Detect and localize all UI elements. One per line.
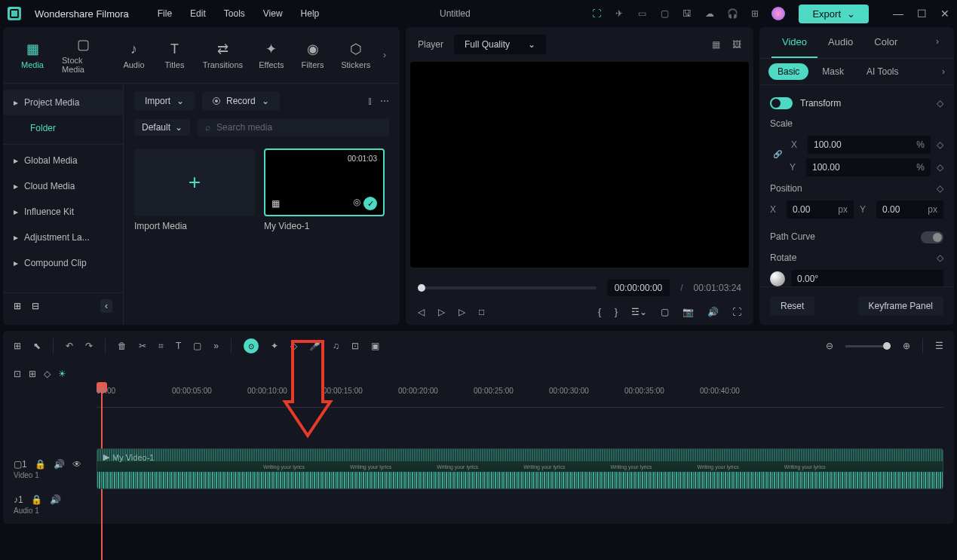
- timeline-clip[interactable]: ▶My Video-1 Writing your lyricsWriting y…: [97, 448, 943, 489]
- tl-link-icon[interactable]: ⊞: [29, 369, 36, 379]
- import-media-tile[interactable]: +: [134, 148, 255, 216]
- stop-icon[interactable]: □: [479, 307, 484, 317]
- grid-view-icon[interactable]: ▦: [712, 39, 720, 50]
- properties-icon[interactable]: ◎: [353, 197, 360, 210]
- player-progress-bar[interactable]: [418, 286, 597, 289]
- mute-icon[interactable]: 🔊: [54, 459, 65, 470]
- keyframe-icon[interactable]: ◇: [937, 252, 943, 263]
- search-input[interactable]: ⌕Search media: [198, 118, 389, 136]
- tl-settings-icon[interactable]: ☰: [935, 341, 943, 351]
- menu-tools[interactable]: Tools: [224, 8, 245, 19]
- image-icon[interactable]: 🖼: [732, 39, 741, 50]
- tl-layers-icon[interactable]: ☀: [58, 369, 66, 379]
- marker-icon[interactable]: ☲⌄: [631, 307, 647, 317]
- visibility-icon[interactable]: 👁: [72, 459, 81, 470]
- path-curve-toggle[interactable]: [921, 231, 943, 243]
- prev-frame-icon[interactable]: ◁: [418, 307, 425, 317]
- tab-filters[interactable]: ◉Filters: [297, 38, 329, 72]
- sidebar-influence-kit[interactable]: ▸Influence Kit: [3, 199, 123, 225]
- keyframe-icon[interactable]: ◇: [937, 98, 943, 109]
- text-icon[interactable]: T: [176, 341, 181, 351]
- more-tools-icon[interactable]: »: [213, 341, 219, 351]
- tab-effects[interactable]: ✦Effects: [255, 38, 287, 72]
- tabs-more-icon[interactable]: ›: [383, 50, 386, 60]
- headphones-icon[interactable]: 🎧: [726, 8, 738, 20]
- tab-media[interactable]: ▦Media: [17, 38, 48, 72]
- volume-icon[interactable]: 🔊: [707, 307, 719, 317]
- lock-icon[interactable]: 🔒: [35, 459, 46, 470]
- prop-tab-audio[interactable]: Audio: [817, 27, 863, 58]
- position-y-input[interactable]: 0.00px: [876, 200, 943, 219]
- sort-dropdown[interactable]: Default⌄: [134, 119, 190, 136]
- menu-help[interactable]: Help: [301, 8, 320, 19]
- mark-in-icon[interactable]: {: [598, 307, 601, 317]
- prop-tab-video[interactable]: Video: [771, 27, 817, 58]
- next-frame-icon[interactable]: ▷: [459, 307, 465, 317]
- sidebar-folder[interactable]: Folder: [3, 115, 123, 141]
- tab-audio[interactable]: ♪Audio: [118, 38, 149, 72]
- mic-icon[interactable]: 🎤: [309, 341, 321, 351]
- new-folder-icon[interactable]: ⊞: [14, 301, 21, 311]
- tab-stickers[interactable]: ⬡Stickers: [338, 38, 375, 72]
- import-button[interactable]: Import⌄: [134, 91, 195, 111]
- filter-icon[interactable]: ⫿: [368, 96, 373, 106]
- device-icon[interactable]: ▭: [636, 8, 648, 20]
- collapse-sidebar-icon[interactable]: ‹: [100, 299, 112, 313]
- subtabs-more-icon[interactable]: ›: [942, 66, 945, 77]
- tl-icon-4[interactable]: ▣: [371, 341, 379, 351]
- save-icon[interactable]: 🖫: [681, 8, 693, 20]
- scale-y-input[interactable]: 100.00%: [806, 158, 931, 176]
- maximize-button[interactable]: ☐: [917, 8, 927, 20]
- lock-icon[interactable]: 🔒: [31, 494, 42, 505]
- minimize-button[interactable]: —: [893, 8, 903, 20]
- prop-tab-color[interactable]: Color: [863, 27, 908, 58]
- snapshot-icon[interactable]: 📷: [682, 307, 694, 317]
- mute-icon[interactable]: 🔊: [50, 494, 61, 505]
- transform-toggle[interactable]: [770, 97, 793, 109]
- keyframe-icon[interactable]: ◇: [937, 139, 943, 150]
- more-icon[interactable]: ⋯: [380, 96, 389, 106]
- menu-file[interactable]: File: [158, 8, 172, 19]
- display-icon[interactable]: ▢: [661, 307, 669, 317]
- grid-icon[interactable]: ⊞: [749, 8, 761, 20]
- cut-icon[interactable]: ✂: [139, 341, 146, 351]
- tl-magnet-icon[interactable]: ⊡: [14, 369, 21, 379]
- tl-grid-icon[interactable]: ⊞: [14, 341, 21, 351]
- scale-x-input[interactable]: 100.00%: [808, 136, 931, 154]
- avatar-icon[interactable]: [771, 7, 785, 20]
- cloud-icon[interactable]: ☁: [704, 8, 716, 20]
- tl-icon-1[interactable]: ✦: [271, 341, 278, 351]
- player-viewport[interactable]: [410, 62, 749, 268]
- prop-subtab-mask[interactable]: Mask: [813, 63, 853, 80]
- prop-tabs-more-icon[interactable]: ›: [933, 27, 942, 58]
- tl-icon-3[interactable]: ⊡: [351, 341, 359, 351]
- position-x-input[interactable]: 0.00px: [787, 200, 854, 219]
- box-icon[interactable]: ▢: [193, 341, 201, 351]
- zoom-slider[interactable]: [845, 345, 891, 347]
- undo-icon[interactable]: ↶: [66, 341, 73, 351]
- tab-titles[interactable]: TTitles: [158, 38, 190, 72]
- menu-view[interactable]: View: [263, 8, 283, 19]
- tl-marker-icon[interactable]: ◇: [44, 369, 51, 379]
- sidebar-cloud-media[interactable]: ▸Cloud Media: [3, 173, 123, 199]
- gift-icon[interactable]: ⛶: [590, 8, 603, 20]
- sidebar-adjustment-layer[interactable]: ▸Adjustment La...: [3, 225, 123, 250]
- audio-icon[interactable]: ♫: [333, 341, 339, 351]
- prop-subtab-basic[interactable]: Basic: [768, 63, 808, 80]
- quality-dropdown[interactable]: Full Quality⌄: [454, 35, 546, 54]
- timeline-ruler[interactable]: 00:00 00:00:05:00 00:00:10:00 00:00:15:0…: [97, 387, 943, 408]
- link-icon[interactable]: 🔗: [770, 150, 785, 158]
- send-icon[interactable]: ✈: [613, 8, 625, 20]
- zoom-in-icon[interactable]: ⊕: [903, 341, 910, 351]
- tl-icon-2[interactable]: ◇: [290, 341, 297, 351]
- media-clip-thumbnail[interactable]: 00:01:03 ▦ ◎ ✓: [264, 148, 385, 216]
- keyframe-icon[interactable]: ◇: [937, 183, 943, 194]
- prop-subtab-aitools[interactable]: AI Tools: [857, 63, 907, 80]
- tab-stock-media[interactable]: ▢Stock Media: [57, 33, 109, 77]
- tl-select-icon[interactable]: ⬉: [33, 341, 41, 351]
- crop-icon[interactable]: ⌗: [158, 341, 164, 351]
- redo-icon[interactable]: ↷: [85, 341, 93, 351]
- screen-icon[interactable]: ▢: [658, 8, 670, 20]
- rotate-knob[interactable]: [770, 271, 785, 286]
- sidebar-global-media[interactable]: ▸Global Media: [3, 148, 123, 173]
